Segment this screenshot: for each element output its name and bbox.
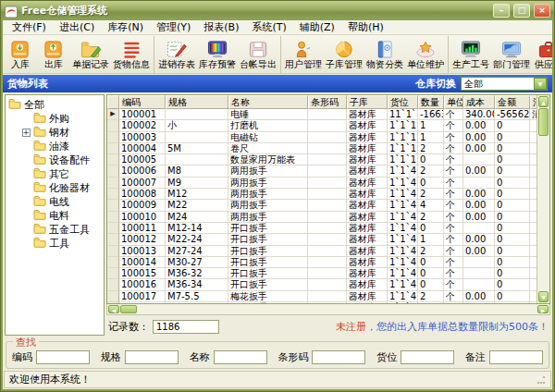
horizontal-scrollbar[interactable]: ◀ ▶ [106,304,550,315]
toolbar-button-subwarehouse[interactable]: 子库管理 [324,36,364,73]
tree-item-0[interactable]: 外购 [21,112,104,126]
table-row[interactable]: 100008M12两用扳手器材库1`1`42个0.000 [107,189,536,200]
table-row[interactable]: 100002小打磨机器材库1`1`11个0.000 [107,120,536,131]
minimize-button[interactable]: – [493,4,510,18]
menu-item-4[interactable]: 管理(Y) [150,19,197,35]
cell: 2 [418,212,444,223]
table-row[interactable]: 100015M36-32开口扳手器材库1`1`40个0 [107,268,536,279]
toolbar-button-unit-maintain[interactable]: 单位维护 [405,36,446,73]
menu-item-1[interactable]: 文件(F) [6,19,53,35]
cell: 梅花扳手 [228,291,308,302]
tree-item-8[interactable]: 五金工具 [21,223,104,237]
tree-item-6[interactable]: 电线 [21,195,104,209]
toolbar-button-goods-info[interactable]: 货物信息 [111,36,152,73]
warehouse-select[interactable]: 全部 ▼ [461,77,548,91]
table-row[interactable]: ▶100001电锤器材库11`1`-1663.个340.00-565624消 [107,109,536,120]
table-row[interactable]: 100013M27-24开口扳手器材库1`1`42个0.000 [107,246,536,257]
table-row[interactable]: 100014M30-27开口扳手器材库1`1`40个0 [107,257,536,268]
vertical-scroll-thumb[interactable] [538,108,549,136]
chevron-down-icon[interactable]: ▼ [534,78,547,90]
close-button[interactable]: × [534,4,550,18]
tree-item-4[interactable]: 其它 [21,167,104,181]
tree-item-9[interactable]: 工具 [21,237,104,251]
tree-root[interactable]: 全部 [8,98,104,112]
column-header-3[interactable]: 名称 [228,95,308,109]
search-input-0[interactable] [36,350,90,364]
tree-item-1[interactable]: +钢材 [21,126,104,140]
table-row[interactable]: 100011M12-14开口扳手器材库1`1`40个0 [107,223,536,234]
column-header-11[interactable]: 消 [530,95,536,109]
toolbar-button-department[interactable]: 部门管理 [491,36,532,73]
search-input-3[interactable] [312,350,365,364]
table-row[interactable]: 100018M11-9梅花扳手器材库1`1`42个0.000 [107,302,536,303]
resize-grip-icon[interactable] [536,375,546,385]
toolbar-button-user-manage[interactable]: 用户管理 [283,36,324,73]
scroll-left-icon[interactable]: ◀ [108,305,119,313]
cell [530,200,536,211]
table-row[interactable]: 100006M8两用扳手器材库1`1`42个0.000 [107,165,536,177]
table-row[interactable]: 100009M22两用扳手器材库1`1`44个0.000 [107,200,536,211]
window-title: Free仓储管理系统 [21,4,489,18]
cell: 1`1`4 [388,200,418,211]
horizontal-scroll-track[interactable] [138,305,536,313]
toolbar-button-label: 用户管理 [285,59,322,69]
column-header-1[interactable]: 编码 [119,95,166,109]
toolbar-button-invoicing-sheet[interactable]: 进销存表 [156,36,197,73]
table-row[interactable]: 100010M24两用扳手器材库1`1`42个0.000 [107,212,536,223]
column-header-0[interactable] [107,95,119,109]
expand-plus-icon[interactable]: + [22,129,31,137]
menu-item-8[interactable]: 帮助(H) [341,19,390,35]
column-header-8[interactable]: 单位 [444,95,463,109]
folder-icon [33,140,46,153]
menu-item-7[interactable]: 辅助(Z) [293,19,341,35]
scroll-right-icon[interactable]: ▶ [537,305,549,313]
search-input-5[interactable] [489,350,543,364]
toolbar-button-ledger-export[interactable]: 台帐导出 [238,36,278,73]
column-header-10[interactable]: 金额 [495,95,530,109]
invoicing-sheet-icon [166,40,188,59]
toolbar-button-outbound-drive[interactable]: 出库 [37,36,70,73]
menu-item-5[interactable]: 报表(B) [197,19,245,35]
column-header-6[interactable]: 货位 [388,95,418,109]
table-row[interactable]: 100012M22-24开口扳手器材库1`1`41个0.000 [107,234,536,245]
menu-item-2[interactable]: 进出(C) [53,19,101,35]
row-indicator [107,246,119,257]
tree-item-2[interactable]: 油漆 [21,140,104,153]
scroll-down-icon[interactable]: ▼ [538,291,549,302]
toolbar-button-label: 物资分类 [366,59,403,69]
vertical-scroll-track[interactable] [538,136,549,291]
column-header-7[interactable]: 数量 [418,95,444,109]
column-header-5[interactable]: 子库 [347,95,388,109]
search-input-2[interactable] [214,350,267,364]
cell [530,178,536,189]
toolbar-button-supplier[interactable]: 供应商 [532,36,552,73]
toolbar-button-stock-alert[interactable]: 库存预警 [197,36,238,73]
column-header-4[interactable]: 条形码 [308,95,347,109]
horizontal-scroll-thumb[interactable] [120,305,137,313]
cell: 个 [444,234,463,245]
toolbar-button-inbound-drive[interactable]: 入库 [4,36,37,73]
column-header-9[interactable]: 成本 [463,95,495,109]
tree-item-7[interactable]: 电料 [21,209,104,223]
table-row[interactable]: 100016M36-34开口扳手器材库1`1`40个0 [107,279,536,290]
toolbar-button-material-category[interactable]: 物资分类 [364,36,405,73]
table-row[interactable]: 100003电磁钻器材库1`1`11个0.000 [107,132,536,143]
search-input-1[interactable] [125,350,179,364]
search-input-4[interactable] [401,350,454,364]
column-header-2[interactable]: 规格 [166,95,228,109]
maximize-button[interactable]: □ [513,4,530,18]
table-row[interactable]: 100017M7-5.5梅花扳手器材库1`1`42个0.000 [107,291,536,302]
toolbar-button-production-id[interactable]: 生产工号 [450,36,491,73]
tree-item-3[interactable]: 设备配件 [21,153,104,167]
vertical-scrollbar[interactable]: ▲ ▼ [536,95,549,303]
search-field-label: 条形码 [278,350,308,364]
menu-item-3[interactable]: 库存(N) [101,19,150,35]
cell [463,178,495,189]
toolbar-button-document-record[interactable]: 单据记录 [70,36,111,73]
table-row[interactable]: 1000045M卷尺器材库1`1`12个0.000 [107,143,536,154]
menu-item-6[interactable]: 系统(T) [245,19,292,35]
table-row[interactable]: 100005数显家用万能表器材库1`1`10个0 [107,154,536,165]
tree-item-5[interactable]: 化验器材 [21,181,104,195]
scroll-up-icon[interactable]: ▲ [538,96,549,107]
table-row[interactable]: 100007M9两用扳手器材库1`1`40个0 [107,178,536,189]
